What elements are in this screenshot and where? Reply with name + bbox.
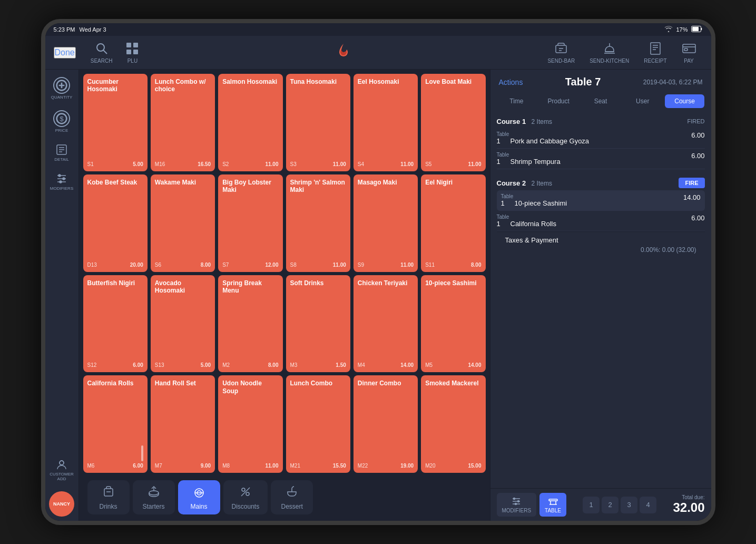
table-order-button[interactable]: TABLE [539,493,566,517]
menu-item[interactable]: Shrimp 'n' Salmon Maki S8 11.00 [286,174,350,272]
menu-item[interactable]: Lunch Combo w/ choice M16 16.50 [151,74,215,171]
search-label: SEARCH [91,58,113,64]
menu-item-code: M3 [290,362,298,368]
category-tab-drinks[interactable]: Drinks [87,480,130,514]
item-name: Shrimp Tempura [510,158,561,166]
menu-item[interactable]: Tuna Hosomaki S3 11.00 [286,74,350,171]
course2-items: Table 1 10-piece Sashimi 14.00 Table 1 C… [497,190,705,231]
menu-item-code: S13 [155,362,164,368]
menu-item[interactable]: Masago Maki S9 11.00 [354,174,418,272]
modifiers-order-button[interactable]: MODIFIERS [497,493,537,517]
svg-rect-7 [133,50,138,54]
category-tab-discounts[interactable]: Discounts [223,480,268,514]
seat-button-4[interactable]: 4 [640,497,656,513]
menu-item-code: S1 [87,161,94,167]
menu-item-name: Chicken Teriyaki [358,279,414,287]
right-tools: SEND-BAR SEND-KITCHEN [541,41,702,64]
menu-item[interactable]: Salmon Hosomaki S2 11.00 [218,74,282,171]
item-source: Table [501,193,683,199]
menu-item[interactable]: Cucumber Hosomaki S1 5.00 [83,74,148,171]
menu-item-name: Udon Noodle Soup [222,380,278,395]
done-button[interactable]: Done [54,47,76,59]
menu-item[interactable]: Lunch Combo M21 15.50 [286,375,350,473]
fire-button[interactable]: FIRE [679,178,704,188]
cat-tab-icon [146,484,161,501]
user-avatar[interactable]: NANCY [49,491,74,517]
order-tab-product[interactable]: Product [538,94,578,108]
menu-item[interactable]: Big Boy Lobster Maki S7 12.00 [218,174,282,272]
menu-item[interactable]: Wakame Maki S6 8.00 [151,174,215,272]
plu-button[interactable]: PLU [119,41,146,64]
seat-button-1[interactable]: 1 [583,497,600,513]
menu-item[interactable]: Chicken Teriyaki M4 14.00 [354,275,418,373]
order-tabs: TimeProductSeatUserCourse [490,90,711,112]
receipt-button[interactable]: RECEIPT [637,41,673,64]
menu-item-footer: M20 15.00 [425,463,481,469]
svg-point-25 [60,461,64,465]
course2-title: Course 2 [497,179,526,187]
seat-button-3[interactable]: 3 [621,497,637,513]
menu-item[interactable]: Butterfish Nigiri S12 6.00 [83,275,148,373]
order-tab-course[interactable]: Course [665,94,705,108]
category-tab-dessert[interactable]: Dessert [271,480,313,514]
send-bar-button[interactable]: SEND-BAR [541,41,581,64]
order-item-row[interactable]: Table 1 10-piece Sashimi 14.00 [497,190,705,211]
menu-item-footer: M3 1.50 [290,362,346,368]
detail-label: DETAIL [54,157,68,162]
item-name: California Rolls [510,220,556,228]
price-button[interactable]: $ PRICE [47,107,76,136]
menu-item-code: S2 [222,161,229,167]
menu-item-price: 16.50 [198,161,211,167]
order-tab-seat[interactable]: Seat [581,94,621,108]
menu-item[interactable]: 10-piece Sashimi M5 14.00 [421,275,485,373]
order-item-row[interactable]: Table 1 Shrimp Tempura 6.00 [497,149,705,169]
menu-item[interactable]: Soft Drinks M3 1.50 [286,275,350,373]
svg-rect-6 [126,50,131,54]
menu-item-name: Hand Roll Set [155,380,211,387]
menu-item-code: S9 [358,262,364,268]
svg-point-22 [63,178,65,180]
category-tab-starters[interactable]: Starters [133,480,175,514]
status-date: Wed Apr 3 [79,26,106,33]
search-button[interactable]: SEARCH [84,41,119,64]
menu-item-code: D13 [87,262,97,268]
menu-item-footer: M22 19.00 [358,463,414,469]
menu-item-name: Eel Hosomaki [358,78,414,85]
svg-point-2 [97,44,104,51]
order-tab-time[interactable]: Time [497,94,537,108]
menu-item[interactable]: Avocado Hosomaki S13 5.00 [151,275,215,373]
menu-item-footer: M8 11.00 [222,463,278,469]
order-tab-user[interactable]: User [623,94,663,108]
modifiers-button[interactable]: MODIFIERS [47,169,76,194]
menu-item-code: M2 [222,362,230,368]
menu-item[interactable]: Kobe Beef Steak D13 20.00 [83,174,148,272]
customer-add-button[interactable]: CUSTOMER ADD [47,455,76,485]
course1-status: FIRED [688,118,705,124]
order-item-row[interactable]: Table 1 Pork and Cabbage Gyoza 6.00 [497,128,705,149]
menu-item[interactable]: California Rolls M6 6.00 [83,375,148,473]
item-source: Table [497,152,692,158]
menu-item-footer: S8 11.00 [290,262,346,268]
detail-button[interactable]: DETAIL [47,140,76,165]
order-item-row[interactable]: Table 1 California Rolls 6.00 [497,211,705,231]
item-price: 6.00 [691,131,704,139]
menu-item[interactable]: Smoked Mackerel M20 15.00 [421,375,485,473]
menu-item[interactable]: Eel Hosomaki S4 11.00 [354,74,418,171]
menu-item-price: 8.00 [268,362,278,368]
quantity-button[interactable]: QUANTITY [47,74,76,103]
menu-item-code: S6 [155,262,161,268]
category-tab-mains[interactable]: Mains [178,480,220,514]
menu-item[interactable]: Eel Nigiri S11 8.00 [421,174,485,272]
menu-item[interactable]: Love Boat Maki S5 11.00 [421,74,485,171]
send-kitchen-button[interactable]: SEND-KITCHEN [583,41,635,64]
menu-item[interactable]: Hand Roll Set M7 9.00 [151,375,215,473]
seat-button-2[interactable]: 2 [602,497,618,513]
menu-item[interactable]: Dinner Combo M22 19.00 [354,375,418,473]
pay-button[interactable]: PAY [675,41,703,64]
menu-item[interactable]: Spring Break Menu M2 8.00 [218,275,282,373]
battery-icon [691,26,703,33]
menu-item-price: 6.00 [133,463,143,469]
send-bar-label: SEND-BAR [547,58,575,64]
menu-item-price: 11.00 [265,463,278,469]
menu-item[interactable]: Udon Noodle Soup M8 11.00 [218,375,282,473]
